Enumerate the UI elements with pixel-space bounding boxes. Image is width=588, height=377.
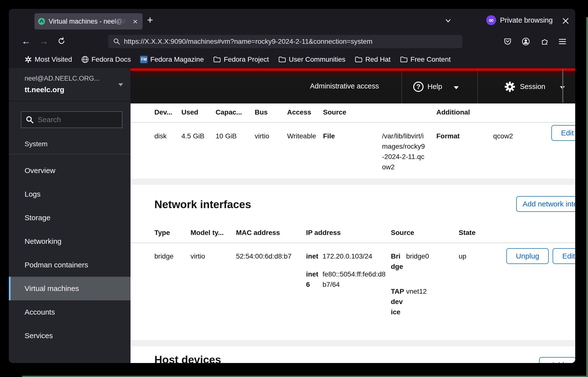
table-divider — [131, 243, 575, 243]
net-col-state: State — [459, 228, 475, 238]
bookmark-red-hat[interactable]: Red Hat — [355, 56, 391, 63]
disk-source-label: File — [323, 131, 335, 141]
sidebar-item-label: Overview — [25, 166, 55, 175]
disk-used: 4.5 GiB — [181, 131, 204, 141]
extensions-button[interactable] — [539, 36, 551, 47]
sidebar-item-label: Podman containers — [25, 261, 88, 269]
reload-button[interactable] — [55, 35, 68, 47]
url-text: https://X.X.X.X:9090/machines#vm?name=ro… — [124, 38, 372, 45]
private-mask-icon: ∞ — [486, 15, 496, 25]
browser-tab[interactable]: Virtual machines - neel@A × — [34, 13, 143, 29]
network-interfaces-title: Network interfaces — [154, 197, 251, 212]
sidebar-item-podman-containers[interactable]: Podman containers — [9, 253, 131, 277]
sidebar-divider — [9, 154, 131, 154]
bookmark-label: Most Visited — [35, 56, 72, 63]
sidebar-item-accounts[interactable]: Accounts — [9, 300, 131, 324]
pocket-icon — [504, 38, 512, 45]
help-icon: ? — [413, 82, 424, 92]
administrative-access-button[interactable]: Administrative access — [310, 82, 379, 90]
disk-format-value: qcow2 — [493, 131, 513, 141]
sidebar-item-label: Networking — [25, 237, 61, 246]
bookmark-label: Fedora Magazine — [150, 56, 204, 63]
bookmark-fedora-magazine[interactable]: FM Fedora Magazine — [140, 56, 204, 63]
firefox-window: Virtual machines - neel@A × + ∞ Private … — [9, 9, 575, 363]
cockpit-sidebar: neel@AD.NEELC.ORG... tt.neelc.org System — [9, 68, 131, 363]
host-switcher-button[interactable] — [117, 82, 124, 88]
net-source-value-bridge: bridge0 — [406, 251, 429, 261]
net-ip-label-inet6: inet6 — [306, 269, 322, 290]
search-input[interactable] — [37, 115, 112, 124]
tab-close-icon[interactable]: × — [130, 18, 140, 25]
unplug-button[interactable]: Unplug — [506, 248, 549, 264]
help-menu-button[interactable]: Help — [427, 83, 442, 91]
disks-col-access: Access — [287, 107, 311, 117]
disks-col-source: Source — [323, 107, 346, 117]
host-devices-add-button[interactable]: Add — [539, 357, 575, 363]
card-gap — [131, 340, 575, 346]
table-divider — [131, 122, 575, 123]
disk-source-path: /var/lib/libvirt/images/rocky9-2024-2-11… — [382, 131, 426, 172]
net-col-type: Type — [154, 228, 170, 238]
net-col-mac: MAC address — [236, 228, 280, 238]
forward-button[interactable]: → — [37, 35, 50, 47]
private-browsing-label: Private browsing — [500, 16, 553, 24]
host-name: tt.neelc.org — [25, 86, 64, 94]
sidebar-item-networking[interactable]: Networking — [9, 230, 131, 253]
net-source-label-tap: TAP device — [391, 286, 404, 317]
net-source-value-tap: vnet12 — [406, 286, 427, 297]
net-col-ip: IP address — [306, 228, 341, 238]
net-ip-value-inet: 172.20.0.103/24 — [323, 251, 372, 261]
session-menu-button[interactable]: Session — [520, 83, 545, 91]
bookmark-free-content[interactable]: Free Content — [400, 56, 451, 63]
new-tab-button[interactable]: + — [147, 14, 153, 26]
sidebar-search[interactable] — [21, 111, 122, 128]
sidebar-item-logs[interactable]: Logs — [9, 182, 131, 206]
disk-edit-button[interactable]: Edit — [551, 125, 575, 141]
cockpit-content: Administrative access ? Help — [131, 68, 575, 363]
host-devices-title: Host devices — [154, 353, 221, 363]
network-edit-button[interactable]: Edit — [553, 248, 575, 264]
pocket-save-button[interactable] — [502, 36, 514, 47]
tab-title-fade — [114, 13, 128, 29]
list-all-tabs-button[interactable] — [444, 18, 452, 25]
disk-capacity: 10 GiB — [216, 131, 237, 141]
navigation-toolbar: ← → https://X.X.X.X:9090/machines#vm?nam… — [9, 33, 575, 50]
net-col-source: Source — [391, 228, 414, 238]
add-network-interface-button[interactable]: Add network interface — [516, 196, 575, 212]
disk-device: disk — [154, 131, 167, 141]
account-button[interactable] — [520, 36, 532, 47]
sidebar-item-overview[interactable]: Overview — [9, 159, 131, 182]
search-icon — [113, 38, 120, 45]
net-type: bridge — [154, 251, 174, 261]
sidebar-item-services[interactable]: Services — [9, 324, 131, 348]
sidebar-item-virtual-machines[interactable]: Virtual machines — [9, 277, 131, 300]
masthead: Administrative access ? Help — [131, 71, 575, 103]
desktop-background: Virtual machines - neel@A × + ∞ Private … — [0, 0, 588, 377]
account-icon — [522, 37, 530, 46]
disks-col-additional: Additional — [436, 107, 470, 117]
hamburger-icon — [558, 38, 567, 45]
menu-button[interactable] — [557, 36, 568, 47]
masthead-divider — [401, 71, 402, 103]
url-bar[interactable]: https://X.X.X.X:9090/machines#vm?name=ro… — [108, 35, 462, 48]
folder-icon — [355, 56, 363, 63]
sidebar-item-label: Services — [25, 332, 53, 340]
page-scrollbar-thumb[interactable] — [562, 69, 563, 103]
bookmark-most-visited[interactable]: Most Visited — [25, 56, 72, 63]
sidebar-item-storage[interactable]: Storage — [9, 206, 131, 230]
bookmark-label: Red Hat — [365, 56, 391, 63]
disk-access: Writeable — [287, 131, 316, 141]
back-button[interactable]: ← — [20, 35, 32, 47]
window-close-button[interactable] — [561, 17, 570, 26]
sidebar-nav: Overview Logs Storage Networking Podman … — [9, 159, 131, 348]
bookmark-fedora-project[interactable]: Fedora Project — [213, 56, 269, 63]
gear-icon — [504, 81, 515, 93]
sidebar-item-label: Storage — [25, 214, 50, 222]
bookmark-label: Fedora Docs — [91, 56, 131, 63]
disks-col-capacity: Capac... — [216, 107, 242, 117]
cockpit-favicon-icon — [38, 18, 45, 25]
bookmark-fedora-docs[interactable]: Fedora Docs — [81, 56, 131, 63]
bookmark-user-communities[interactable]: User Communities — [278, 56, 345, 63]
disk-format-label: Format — [436, 131, 460, 141]
nav-section-label: System — [25, 140, 47, 148]
